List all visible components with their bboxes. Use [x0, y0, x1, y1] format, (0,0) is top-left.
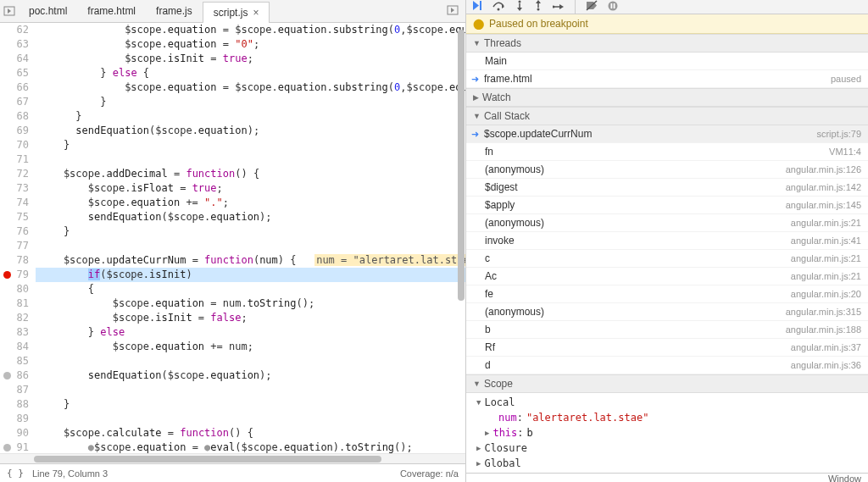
svg-marker-3: [451, 8, 454, 13]
breakpoint-marker[interactable]: [3, 444, 11, 452]
code-line[interactable]: sendEquation($scope.equation);: [36, 368, 465, 383]
code-line[interactable]: $scope.equation += ".";: [36, 196, 465, 210]
breakpoint-marker[interactable]: [3, 372, 11, 380]
callstack-frame[interactable]: $digestangular.min.js:142: [466, 179, 868, 197]
code-line[interactable]: }: [36, 109, 465, 124]
code-line[interactable]: sendEquation($scope.equation);: [36, 124, 465, 138]
code-line[interactable]: $scope.isInit = false;: [36, 311, 465, 325]
scope-closure-header[interactable]: ▶Closure: [466, 440, 868, 456]
code-line[interactable]: $scope.equation += num;: [36, 340, 465, 354]
code-line[interactable]: }: [36, 397, 465, 412]
deactivate-breakpoints-icon[interactable]: [586, 0, 598, 14]
editor-tab-bar: poc.htmlframe.htmlframe.jsscript.js×: [0, 0, 465, 23]
watch-label: Watch: [482, 91, 511, 103]
callstack-section-header[interactable]: ▼ Call Stack: [466, 107, 868, 125]
code-line[interactable]: }: [36, 138, 465, 152]
code-line[interactable]: [36, 354, 465, 368]
tab-frame-js[interactable]: frame.js: [146, 1, 203, 22]
code-line[interactable]: [36, 239, 465, 253]
code-line[interactable]: {: [36, 282, 465, 296]
line-number-gutter[interactable]: 6263646566676869707172737475767778798081…: [0, 23, 36, 453]
step-over-icon[interactable]: [492, 1, 505, 14]
expand-icon: ▶: [473, 93, 479, 102]
svg-point-7: [498, 8, 500, 10]
step-icon[interactable]: [553, 1, 565, 14]
cursor-position: Line 79, Column 3: [32, 468, 108, 479]
step-into-icon[interactable]: [515, 0, 524, 14]
callstack-frame[interactable]: invokeangular.min.js:41: [466, 232, 868, 250]
code-line[interactable]: [36, 383, 465, 397]
code-line[interactable]: [36, 152, 465, 167]
code-line[interactable]: $scope.isInit = true;: [36, 52, 465, 66]
code-area[interactable]: $scope.equation = $scope.equation.substr…: [36, 23, 465, 453]
code-line[interactable]: $scope.equation = $scope.equation.substr…: [36, 23, 465, 37]
code-line[interactable]: sendEquation($scope.equation);: [36, 210, 465, 224]
resume-icon[interactable]: [471, 0, 482, 14]
code-line[interactable]: }: [36, 224, 465, 239]
code-line[interactable]: $scope.isFloat = true;: [36, 181, 465, 196]
callstack-frame[interactable]: feangular.min.js:20: [466, 285, 868, 303]
tab-poc-html[interactable]: poc.html: [19, 1, 77, 22]
window-label[interactable]: Window: [828, 474, 861, 482]
tab-frame-html[interactable]: frame.html: [77, 1, 146, 22]
code-line[interactable]: } else: [36, 325, 465, 340]
scope-local-header[interactable]: ▼Local: [466, 395, 868, 410]
collapse-icon: ▼: [473, 39, 481, 47]
scope-label: Scope: [484, 378, 513, 390]
scope-variable-num[interactable]: num: "alertaret.lat.stae": [466, 410, 868, 425]
code-line[interactable]: $scope.equation = num.toString();: [36, 296, 465, 311]
thread-row[interactable]: Main: [466, 53, 868, 70]
callstack-frame[interactable]: $applyangular.min.js:145: [466, 197, 868, 214]
callstack-frame[interactable]: Rfangular.min.js:37: [466, 339, 868, 357]
vertical-scroll-thumb[interactable]: [458, 30, 465, 301]
debugger-panel: ⬤ Paused on breakpoint ▼ Threads Main➜fr…: [466, 0, 868, 482]
vertical-scrollbar[interactable]: [457, 23, 465, 453]
horizontal-scroll-thumb[interactable]: [34, 456, 381, 463]
callstack-frame[interactable]: ➜$scope.updateCurrNumscript.js:79: [466, 125, 868, 143]
collapse-icon: ▼: [473, 380, 481, 388]
code-line[interactable]: $scope.addDecimal = function() {: [36, 167, 465, 181]
code-editor[interactable]: 6263646566676869707172737475767778798081…: [0, 23, 465, 453]
code-line[interactable]: if($scope.isInit): [36, 268, 465, 282]
callstack-frame[interactable]: (anonymous)angular.min.js:21: [466, 214, 868, 232]
scope-global-header[interactable]: ▶Global: [466, 456, 868, 471]
breakpoint-marker[interactable]: [3, 271, 11, 279]
callstack-frame[interactable]: (anonymous)angular.min.js:126: [466, 161, 868, 179]
step-out-icon[interactable]: [534, 0, 542, 14]
code-line[interactable]: $scope.calculate = function() {: [36, 426, 465, 440]
callstack-frame[interactable]: bangular.min.js:188: [466, 321, 868, 339]
code-line[interactable]: }: [36, 95, 465, 109]
pause-exceptions-icon[interactable]: [608, 1, 618, 14]
scope-variable-this[interactable]: ▶ this: b: [466, 425, 868, 440]
thread-row[interactable]: ➜frame.htmlpaused: [466, 70, 868, 88]
current-thread-icon: ➜: [471, 74, 479, 85]
svg-point-16: [553, 5, 555, 8]
callstack-frame[interactable]: Acangular.min.js:21: [466, 268, 868, 285]
callstack-frame[interactable]: cangular.min.js:21: [466, 250, 868, 268]
callstack-label: Call Stack: [484, 110, 530, 122]
threads-label: Threads: [484, 37, 521, 49]
code-line[interactable]: ●$scope.equation = ●eval($scope.equation…: [36, 440, 465, 453]
scope-section-header[interactable]: ▼ Scope: [466, 374, 868, 393]
tab-navigate-icon[interactable]: [0, 1, 19, 21]
threads-section-header[interactable]: ▼ Threads: [466, 34, 868, 53]
svg-point-8: [519, 1, 521, 3]
code-line[interactable]: $scope.equation = $scope.equation.substr…: [36, 80, 465, 95]
debugger-bottom-bar: Window: [466, 473, 868, 482]
callstack-frame[interactable]: dangular.min.js:36: [466, 357, 868, 374]
code-line[interactable]: $scope.updateCurrNum = function(num) { n…: [36, 253, 465, 268]
watch-section-header[interactable]: ▶ Watch: [466, 88, 868, 107]
tab-overflow-icon[interactable]: [440, 2, 465, 21]
callstack-frame[interactable]: fnVM11:4: [466, 143, 868, 161]
tab-script-js[interactable]: script.js×: [203, 2, 270, 23]
code-line[interactable]: $scope.equation = "0";: [36, 37, 465, 52]
svg-rect-19: [611, 3, 613, 8]
source-panel: poc.htmlframe.htmlframe.jsscript.js× 626…: [0, 0, 466, 482]
close-tab-icon[interactable]: ×: [253, 7, 259, 19]
callstack-frame[interactable]: (anonymous)angular.min.js:315: [466, 303, 868, 321]
code-line[interactable]: } else {: [36, 66, 465, 80]
horizontal-scrollbar[interactable]: [0, 453, 465, 463]
braces-icon[interactable]: { }: [7, 468, 24, 479]
code-line[interactable]: [36, 412, 465, 426]
svg-marker-10: [517, 8, 522, 11]
